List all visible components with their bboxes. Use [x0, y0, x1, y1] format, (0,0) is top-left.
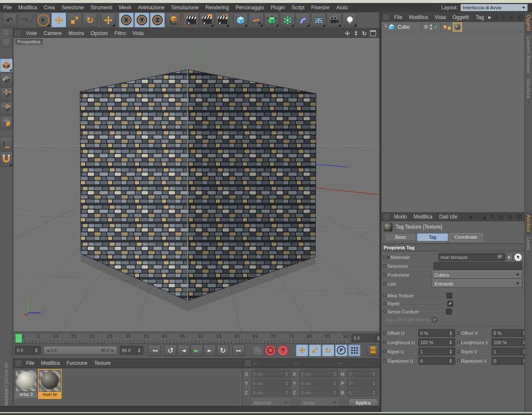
tab-tag[interactable]: Tag [417, 233, 448, 241]
coord-rot-p-field[interactable]: 0 ° [347, 379, 378, 387]
spline-button[interactable] [249, 13, 263, 27]
texture-tag-icon[interactable] [453, 22, 462, 32]
y-axis-lock-button[interactable]: Y [134, 13, 149, 27]
object-name[interactable]: Cubo [398, 24, 421, 30]
array-modeling-button[interactable] [280, 13, 295, 27]
material-picker-button[interactable] [514, 253, 522, 261]
axis-mode-button[interactable] [0, 137, 13, 151]
frame-range-slider[interactable]: ◄0 F 90 F► [43, 346, 117, 355]
key-rotation-toggle[interactable]: ↻ [322, 345, 334, 356]
redo-button[interactable]: ↷ [18, 13, 32, 27]
track-bullet[interactable] [383, 341, 386, 344]
material-menu-file[interactable]: File [23, 359, 38, 367]
viewport-pan-icon[interactable] [344, 30, 350, 36]
tab-coordinate[interactable]: Coordinate [449, 233, 483, 241]
filter-eye-icon[interactable] [508, 14, 514, 20]
track-bullet[interactable] [457, 359, 460, 362]
home-icon[interactable]: ⌂ [502, 13, 506, 21]
menu-mesh[interactable]: Mesh [116, 4, 134, 11]
history-forward-icon[interactable]: ► [476, 214, 479, 220]
last-tool-button[interactable] [101, 13, 116, 27]
editor-visibility-dot[interactable] [424, 25, 428, 29]
menu-animazione[interactable]: Animazione [134, 4, 168, 11]
range-right-arrow-icon[interactable]: ► [111, 348, 114, 353]
layout-dropdown[interactable]: Interfaccia di Avvio [460, 4, 528, 11]
render-visibility-dot[interactable] [430, 24, 432, 27]
material-menu-modifica[interactable]: Modifica [38, 359, 63, 367]
track-bullet[interactable] [457, 350, 460, 353]
x-axis-lock-button[interactable]: X [119, 13, 134, 27]
edges-mode-button[interactable] [0, 102, 13, 115]
tab-content-browser[interactable]: Content Browser [526, 34, 532, 76]
coord-scale-x-field[interactable]: 0 cm [299, 370, 339, 378]
track-bullet[interactable] [383, 350, 386, 353]
key-scale-toggle[interactable] [309, 345, 321, 356]
floor-environment-button[interactable] [311, 13, 326, 27]
polygons-mode-button[interactable] [0, 116, 13, 129]
coord-rot-h-field[interactable]: 0 ° [347, 370, 378, 378]
key-parameter-toggle[interactable]: P [335, 345, 347, 356]
ripetizioni-u-field[interactable]: 0 [418, 357, 455, 365]
move-tool-button[interactable] [51, 13, 66, 27]
enabled-check-icon[interactable]: ✔ [434, 24, 438, 30]
tab-livelli[interactable]: Livelli [526, 235, 532, 253]
goto-start-button[interactable]: ◄◄ [148, 345, 161, 356]
om-menu-modifica[interactable]: Modifica [406, 13, 431, 21]
track-bullet[interactable] [383, 331, 386, 334]
viewport-zoom-icon[interactable]: ↕ [354, 30, 359, 37]
menu-selezione[interactable]: Selezione [58, 4, 87, 11]
materiale-field[interactable]: muri terrazze [438, 253, 505, 261]
material-popup-button[interactable]: ▶ [506, 253, 513, 261]
render-visibility-dot[interactable] [430, 27, 432, 30]
track-bullet[interactable] [383, 264, 386, 267]
spinner-icon[interactable] [136, 346, 141, 354]
viewport-menu-filtro[interactable]: Filtro [111, 30, 129, 37]
add-panel-icon[interactable] [516, 214, 522, 220]
menu-crea[interactable]: Crea [40, 4, 58, 11]
add-panel-icon[interactable] [517, 14, 522, 20]
material-menu-texture[interactable]: Texture [91, 359, 114, 367]
menu-plugin[interactable]: Plugin [267, 4, 288, 11]
track-bullet[interactable] [383, 256, 386, 259]
menu-personaggio[interactable]: Personaggio [232, 4, 267, 11]
rotate-tool-button[interactable]: ↻ [83, 13, 97, 27]
viewport-menu-opzioni[interactable]: Opzioni [87, 30, 111, 37]
viewport-maximize-icon[interactable] [370, 30, 376, 36]
camera-button[interactable] [327, 13, 341, 27]
object-row-cubo[interactable]: └ Cubo ✔ [382, 22, 524, 32]
menu-modifica[interactable]: Modifica [15, 4, 40, 11]
timeline-ruler[interactable]: 0 5 10 15 20 25 30 35 40 45 50 55 60 65 … [13, 333, 351, 344]
mixa-texture-checkbox[interactable] [446, 293, 452, 299]
menu-script[interactable]: Script [288, 4, 308, 11]
current-frame-marker[interactable] [15, 334, 22, 343]
goto-end-button[interactable]: ►► [233, 345, 245, 356]
current-frame-field[interactable]: 0 F [15, 346, 41, 355]
viewport-camera-label[interactable]: Prospettiva [15, 39, 43, 45]
om-menu-vista[interactable]: Vista [431, 13, 449, 21]
track-bullet[interactable] [383, 282, 386, 285]
proiezione-dropdown[interactable]: Cubica [432, 271, 522, 279]
coord-scale-z-field[interactable]: 0 cm [299, 388, 339, 396]
render-region-button[interactable] [199, 13, 214, 27]
ripeti-u-field[interactable]: 1 [418, 348, 455, 356]
material-name[interactable]: muri te [39, 392, 61, 398]
uvw-rilievo-checkbox[interactable]: ✔ [432, 317, 438, 323]
coordinate-system-button[interactable] [166, 13, 180, 27]
om-menu-file[interactable]: File [391, 13, 406, 21]
texture-mode-button[interactable] [0, 73, 13, 86]
deformer-button[interactable] [296, 13, 310, 27]
tab-attributi[interactable]: Attributi [526, 212, 532, 235]
coord-scale-y-field[interactable]: 0 cm [299, 379, 339, 387]
material-item[interactable]: erba 3 [15, 370, 37, 398]
light-button[interactable] [342, 13, 357, 27]
autokey-button[interactable] [265, 345, 276, 356]
scale-tool-button[interactable] [67, 13, 82, 27]
material-item-selected[interactable]: muri te [39, 370, 61, 398]
timeline-window-button[interactable] [367, 345, 379, 356]
coord-pos-x-field[interactable]: 0 cm [251, 370, 291, 378]
track-mode-icon[interactable] [508, 214, 513, 220]
viewport-rotate-icon[interactable]: ↻ [362, 30, 367, 37]
menu-finestre[interactable]: Finestre [308, 4, 333, 11]
undo-button[interactable]: ↶ [2, 13, 17, 27]
ripeti-checkbox[interactable]: ✔ [447, 301, 453, 307]
